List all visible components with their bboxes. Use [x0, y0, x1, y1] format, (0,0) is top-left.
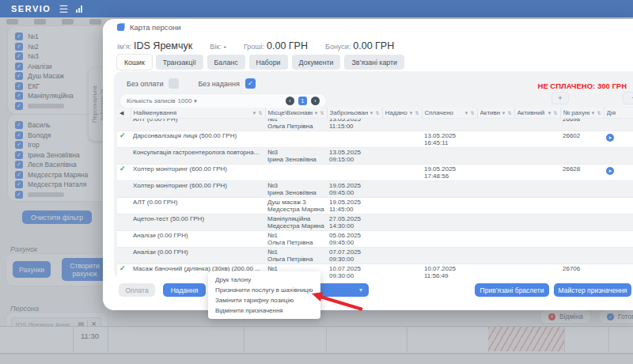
annotation-arrow	[305, 288, 370, 315]
context-menu: Друк талону Призначити послугу в шахівни…	[208, 271, 320, 319]
table-row[interactable]: Аналізи (0.00 ГРН) №1Ольга Петрівна 05.0…	[117, 231, 633, 248]
provision-button[interactable]: Надання	[163, 283, 206, 297]
top-bar: SERVIO ☰	[0, 0, 633, 17]
sort-icon[interactable]: ⇅	[507, 110, 511, 116]
linked-bracelets-button[interactable]: Прив’язані браслети	[475, 283, 549, 297]
sort-icon[interactable]: ⇅	[258, 110, 262, 116]
menu-item-cancel-assignment[interactable]: Відмінити призначення	[208, 305, 320, 316]
chevron-down-icon: ▾	[194, 98, 197, 104]
assignment-master-button[interactable]: Майстер призначення	[554, 283, 631, 297]
tab-documents[interactable]: Документи	[292, 55, 341, 70]
no-payment-checkbox[interactable]	[169, 78, 179, 89]
filters-row: Без оплати Без надання ✓	[127, 78, 256, 89]
table-row[interactable]: АЛТ (0.00 ГРН) №1Ольга Петрівна 13.05.20…	[117, 119, 633, 131]
filter-icon[interactable]: ▼	[409, 111, 414, 116]
records-count-select[interactable]: Кількість записів 1000 ▾	[127, 97, 197, 104]
table-toolbar: Кількість записів 1000 ▾ ‹ 1 ›	[120, 94, 326, 108]
filter-icon[interactable]: ▼	[252, 111, 257, 116]
table-header-row: ◀ Найменування▼⇅ Місце\Виконавець▼⇅ Забр…	[117, 108, 633, 119]
person-age: -	[224, 42, 226, 51]
pagination: ‹ 1 ›	[286, 97, 320, 105]
provided-check-icon: ✓	[119, 264, 126, 272]
table-row[interactable]: ✓ Холтер моніторинг (600.00 ГРН) 19.05.2…	[117, 165, 633, 181]
table-row[interactable]: Аналізи (0.00 ГРН) №1Ольга Петрівна 07.0…	[117, 248, 633, 264]
row-action-icon[interactable]: ➤	[606, 167, 614, 175]
sort-icon[interactable]: ⇅	[320, 110, 324, 116]
collapse-icon[interactable]: ◀	[119, 110, 123, 116]
table-row[interactable]: ✓ Масаж баночний (ділянка) (30хв) (200.0…	[117, 264, 633, 281]
sort-icon[interactable]: ⇅	[415, 110, 419, 116]
menu-item-replace-tariff[interactable]: Замінити тарифну позицію	[208, 295, 320, 305]
person-money: 0.00 ГРН	[267, 40, 308, 51]
add-record-button[interactable]: +	[552, 93, 568, 104]
payment-button[interactable]: Оплата	[119, 283, 155, 297]
table-row[interactable]: Ацетон-тест (50.00 ГРН) МаніпуляційнаМед…	[117, 214, 633, 231]
filter-icon[interactable]: ▼	[548, 111, 552, 116]
filter-icon[interactable]: ▼	[464, 111, 469, 116]
brand-logo: SERVIO	[11, 4, 51, 13]
hamburger-menu-icon[interactable]: ☰	[59, 4, 68, 14]
menu-item-print-ticket[interactable]: Друк талону	[208, 275, 320, 285]
chart-icon[interactable]	[76, 6, 82, 13]
next-page-icon[interactable]: ›	[311, 97, 320, 105]
table-row[interactable]: АЛТ (0.00 ГРН) Душ масаж 3Медсестра Маря…	[117, 198, 633, 214]
prev-page-icon[interactable]: ‹	[286, 97, 294, 105]
current-page[interactable]: 1	[298, 97, 307, 105]
person-bonus: 0.00 ГРН	[353, 40, 394, 51]
filter-icon[interactable]: ▼	[314, 111, 319, 116]
table-row[interactable]: Консультація гастроентеролога повторна..…	[117, 148, 633, 165]
services-table: ◀ Найменування▼⇅ Місце\Виконавець▼⇅ Забр…	[117, 108, 633, 280]
person-card-modal: Карта персони Ім’я: IDS Яремчук Вік: - Г…	[103, 19, 633, 310]
provided-check-icon: ✓	[119, 165, 126, 173]
basket-content: Без оплати Без надання ✓ НЕ СПЛАЧЕНО: 30…	[114, 71, 633, 279]
sort-icon[interactable]: ⇅	[553, 110, 557, 116]
provided-check-icon: ✓	[119, 131, 126, 139]
person-info-row: Ім’я: IDS Яремчук Вік: - Гроші: 0.00 ГРН…	[117, 40, 394, 51]
menu-item-assign-to-board[interactable]: Призначити послугу в шахівницю	[208, 285, 320, 295]
add-record-button-2[interactable]: +	[624, 93, 633, 104]
person-card-icon	[117, 24, 124, 31]
filter-icon[interactable]: ▼	[370, 111, 374, 116]
no-provision-checkbox[interactable]: ✓	[245, 78, 256, 89]
tab-sets[interactable]: Набори	[249, 55, 288, 70]
tab-transactions[interactable]: Транзакції	[156, 55, 203, 70]
tab-linked-cards[interactable]: Зв’язані карти	[344, 55, 404, 70]
table-row[interactable]: Холтер моніторинг (600.00 ГРН) №3Ірина З…	[117, 181, 633, 198]
sort-icon[interactable]: ⇅	[470, 110, 474, 116]
modal-title: Карта персони	[130, 23, 180, 32]
tab-balance[interactable]: Баланс	[207, 55, 245, 70]
person-name: IDS Яремчук	[134, 40, 192, 51]
tab-basket[interactable]: Кошик	[117, 55, 152, 70]
row-action-icon[interactable]: ➤	[606, 134, 614, 142]
unpaid-notice: НЕ СПЛАЧЕНО: 300 ГРН	[538, 82, 627, 90]
table-row[interactable]: ✓ Дарсонвалізація лиця (500.00 ГРН) 13.0…	[117, 131, 633, 148]
sort-icon[interactable]: ⇅	[375, 110, 379, 116]
app-root: SERVIO ☰ ✓№1 ✓№2 ✓№3 ✓Аналізи ✓Душ Масаж…	[0, 0, 633, 364]
modal-header: Карта персони	[103, 19, 633, 36]
sort-icon[interactable]: ⇅	[597, 110, 601, 116]
filter-icon[interactable]: ▼	[502, 111, 506, 116]
modal-tabs: Кошик Транзакції Баланс Набори Документи…	[117, 55, 404, 70]
filter-icon[interactable]: ▼	[591, 111, 596, 116]
